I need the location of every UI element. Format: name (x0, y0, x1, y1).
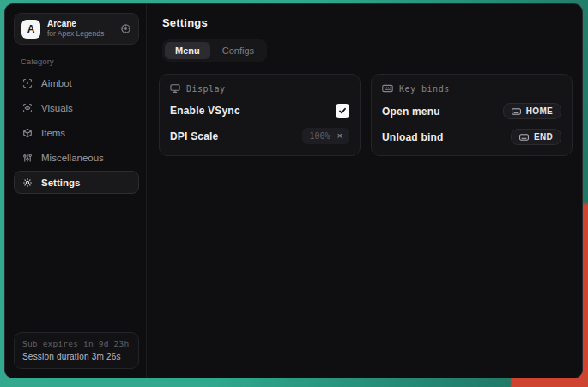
sidebar-item-label: Miscellaneous (41, 153, 104, 163)
monitor-icon (170, 83, 180, 94)
open-menu-row: Open menu HOME (382, 103, 561, 119)
vsync-row: Enable VSync (170, 103, 349, 118)
sidebar-item-aimbot[interactable]: Aimbot (14, 71, 139, 94)
keybinds-card-title: Key binds (399, 84, 450, 94)
dpi-scale-input[interactable]: 100% × (302, 128, 349, 144)
app-window: A Arcane for Apex Legends Category (4, 3, 583, 378)
keyboard-icon (382, 83, 393, 94)
dpi-label: DPI Scale (170, 130, 219, 142)
session-duration-text: Session duration 3m 26s (22, 352, 130, 361)
unload-bind-key: END (534, 132, 553, 142)
tab-configs[interactable]: Configs (212, 42, 264, 59)
package-icon (22, 128, 33, 138)
account-card: A Arcane for Apex Legends (14, 13, 139, 45)
keyboard-icon (512, 107, 521, 116)
sidebar-item-miscellaneous[interactable]: Miscellaneous (14, 146, 139, 169)
open-menu-keybind-button[interactable]: HOME (503, 103, 561, 119)
keyboard-icon (519, 133, 529, 142)
main-panel: Settings Menu Configs Display (147, 4, 582, 378)
account-text: Arcane for Apex Legends (47, 19, 113, 38)
vsync-label: Enable VSync (170, 105, 240, 117)
sidebar: A Arcane for Apex Legends Category (5, 4, 147, 378)
sidebar-item-items[interactable]: Items (14, 121, 139, 144)
session-card: Sub expires in 9d 23h Session duration 3… (14, 332, 139, 369)
tab-bar: Menu Configs (162, 39, 267, 62)
dpi-row: DPI Scale 100% × (170, 128, 349, 144)
check-icon (338, 106, 347, 115)
unload-bind-row: Unload bind END (382, 129, 561, 145)
app-logo: A (21, 20, 40, 39)
page-title: Settings (162, 16, 573, 29)
display-card-header: Display (170, 83, 349, 94)
sidebar-item-label: Settings (41, 178, 80, 188)
sidebar-item-label: Aimbot (41, 78, 72, 88)
open-menu-label: Open menu (382, 106, 440, 118)
display-card-title: Display (186, 84, 226, 94)
tab-menu[interactable]: Menu (165, 42, 210, 59)
sidebar-item-settings[interactable]: Settings (14, 171, 139, 194)
open-menu-key: HOME (526, 106, 553, 116)
sidebar-nav: Aimbot Visuals (14, 71, 139, 194)
target-icon[interactable] (120, 23, 131, 34)
keybinds-card-header: Key binds (382, 83, 561, 94)
vsync-checkbox[interactable] (336, 104, 349, 118)
crosshair-icon (22, 78, 33, 88)
dpi-scale-value: 100% (309, 131, 330, 141)
sidebar-item-visuals[interactable]: Visuals (14, 96, 139, 119)
unload-bind-keybind-button[interactable]: END (511, 129, 561, 145)
sliders-icon (22, 153, 33, 163)
unload-bind-label: Unload bind (382, 131, 444, 143)
sub-expiry-text: Sub expires in 9d 23h (22, 339, 130, 348)
gear-icon (22, 178, 33, 188)
category-label: Category (21, 57, 139, 66)
display-card: Display Enable VSync DPI Scale 100% × (159, 74, 361, 156)
app-subtitle: for Apex Legends (47, 29, 113, 38)
app-name: Arcane (47, 19, 113, 29)
cards-row: Display Enable VSync DPI Scale 100% × (159, 74, 573, 156)
sidebar-item-label: Visuals (41, 103, 73, 113)
clear-icon[interactable]: × (337, 131, 342, 141)
scan-eye-icon (22, 103, 33, 113)
keybinds-card: Key binds Open menu HOME (371, 74, 573, 156)
sidebar-item-label: Items (41, 128, 65, 138)
